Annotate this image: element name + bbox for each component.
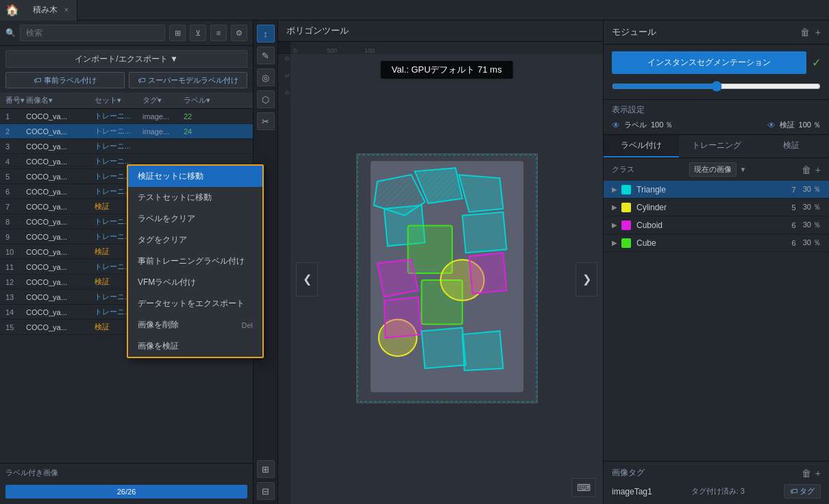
main-layout: 🔍 ⊞ ⊻ ≡ ⚙ インポート/エクスポート ▼ 🏷 事前ラベル付け 🏷 スーパ… <box>0 21 829 504</box>
canvas-title: ポリゴンツール <box>286 25 349 37</box>
verify-display-text: 検証 <box>780 120 795 130</box>
current-image-select[interactable]: 現在の画像 <box>689 162 737 177</box>
list-toolbar-btn[interactable]: ≡ <box>210 25 227 41</box>
row-name: COCO_ya... <box>26 158 95 166</box>
context-menu-item[interactable]: データセットをエクスポート <box>128 293 262 314</box>
image-toolbar-btn[interactable]: ⊞ <box>169 25 186 41</box>
class-expand-icon: ▶ <box>612 203 617 211</box>
add-module-button[interactable]: + <box>815 27 821 38</box>
image-tags-title: 画像タグ <box>612 467 645 479</box>
class-item[interactable]: ▶ Triangle 7 30 ％ <box>604 181 829 199</box>
row-name: COCO_ya... <box>26 263 95 271</box>
context-menu-item[interactable]: タグをクリア <box>128 229 262 251</box>
home-button[interactable]: 🏠 <box>0 0 25 21</box>
keyboard-button[interactable]: ⌨ <box>571 478 596 497</box>
pre-label-text: 事前ラベル付け <box>44 75 97 86</box>
table-row[interactable]: 3 COCO_ya... トレーニ... <box>0 139 253 154</box>
row-num: 11 <box>5 263 26 271</box>
class-list-header: クラス 現在の画像 ▼ 🗑 + <box>604 158 829 181</box>
context-menu-item[interactable]: VFMラベル付け <box>128 272 262 293</box>
display-settings: 表示設定 👁 ラベル 100 ％ 👁 検証 100 ％ <box>604 99 829 135</box>
app-tab[interactable]: 積み木 × <box>25 0 77 21</box>
prev-arrow[interactable]: ❮ <box>296 262 318 297</box>
class-item[interactable]: ▶ Cylinder 5 30 ％ <box>604 199 829 216</box>
search-icon: 🔍 <box>5 28 16 38</box>
row-num: 13 <box>5 293 26 301</box>
canvas-area: ポリゴンツール 0 500 100 0 5 0 Val.: GPUデフォルト 7… <box>278 21 603 504</box>
col-label: ラベル▾ <box>184 95 232 105</box>
tool-polygon[interactable]: ⬡ <box>257 90 275 108</box>
class-pct: 30 ％ <box>803 184 821 194</box>
instance-seg-button[interactable]: インスタンスセグメンテーション <box>612 51 806 74</box>
context-menu-item[interactable]: ラベルをクリア <box>128 208 262 229</box>
right-header-icons: 🗑 + <box>800 27 821 38</box>
context-menu-item[interactable]: 事前トレーニングラベル付け <box>128 251 262 272</box>
annotation-image <box>356 153 538 403</box>
settings-toolbar-btn[interactable]: ⚙ <box>231 25 247 41</box>
class-count: 7 <box>792 186 796 194</box>
row-num: 1 <box>5 112 26 121</box>
label-buttons: 🏷 事前ラベル付け 🏷 スーパーモデルラベル付け <box>0 72 253 92</box>
context-menu: 検証セットに移動テストセットに移動ラベルをクリアタグをクリア事前トレーニングラベ… <box>127 164 264 358</box>
super-model-button[interactable]: 🏷 スーパーモデルラベル付け <box>129 72 248 88</box>
right-panel-header: モジュール 🗑 + <box>604 21 829 45</box>
context-menu-item[interactable]: 画像を検証 <box>128 336 262 357</box>
right-panel-title: モジュール <box>612 26 656 38</box>
class-pct: 30 ％ <box>803 202 821 212</box>
tab-close-button[interactable]: × <box>64 6 69 14</box>
tool-zoom[interactable]: ⊞ <box>257 460 275 478</box>
class-color-swatch <box>621 203 631 212</box>
search-input[interactable] <box>20 25 165 41</box>
check-icon: ✓ <box>812 56 821 69</box>
class-item[interactable]: ▶ Cuboid 6 30 ％ <box>604 216 829 234</box>
menu-item-label: タグをクリア <box>138 234 187 246</box>
tag-button[interactable]: 🏷 タグ <box>784 484 821 499</box>
row-tag: image... <box>143 112 184 121</box>
title-bar: 🏠 積み木 × <box>0 0 829 21</box>
tab-label: 積み木 <box>33 4 58 16</box>
context-menu-item[interactable]: 検証セットに移動 <box>128 166 262 187</box>
add-tag-button[interactable]: + <box>815 468 821 479</box>
add-class-button[interactable]: + <box>815 164 821 175</box>
delete-class-button[interactable]: 🗑 <box>802 164 811 175</box>
import-export-button[interactable]: インポート/エクスポート ▼ <box>5 50 247 68</box>
verify-display-pct: 100 ％ <box>799 120 821 130</box>
svg-marker-14 <box>462 331 503 370</box>
next-arrow[interactable]: ❯ <box>576 262 597 297</box>
filter-toolbar-btn[interactable]: ⊻ <box>190 25 206 41</box>
table-row[interactable]: 1 COCO_va... トレーニ... image... 22 <box>0 109 253 124</box>
menu-shortcut: Del <box>241 321 253 329</box>
class-color-swatch <box>621 220 631 230</box>
row-label: 22 <box>184 112 232 121</box>
class-count: 6 <box>792 221 796 229</box>
tab-training[interactable]: トレーニング <box>679 135 754 158</box>
tab-verification[interactable]: 検証 <box>754 135 829 158</box>
context-menu-item[interactable]: テストセットに移動 <box>128 187 262 208</box>
tool-circle[interactable]: ◎ <box>257 68 275 86</box>
tag-status: タグ付け済み: 3 <box>691 486 745 496</box>
context-menu-item[interactable]: 画像を削除Del <box>128 314 262 336</box>
delete-tag-button[interactable]: 🗑 <box>802 468 811 479</box>
tool-edit[interactable]: ✎ <box>257 47 275 64</box>
canvas-content[interactable]: 0 500 100 0 5 0 Val.: GPUデフォルト 71 ms <box>278 42 603 504</box>
image-tags-header: 画像タグ 🗑 + <box>612 467 821 479</box>
delete-module-button[interactable]: 🗑 <box>800 27 810 38</box>
seg-slider[interactable] <box>612 81 821 92</box>
pre-label-button[interactable]: 🏷 事前ラベル付け <box>5 72 125 88</box>
ruler-zero: 0 <box>290 47 299 54</box>
prev-arrow-icon: ❮ <box>303 273 312 286</box>
class-name-label: Triangle <box>636 185 792 194</box>
status-label: ラベル付き画像 <box>5 468 58 477</box>
tab-labeling[interactable]: ラベル付け <box>604 135 679 158</box>
tool-cut[interactable]: ✂ <box>257 112 275 130</box>
svg-marker-13 <box>421 327 466 368</box>
tool-move[interactable]: ↕ <box>257 25 275 42</box>
ruler-v-500: 5 <box>278 74 290 77</box>
class-label: クラス <box>612 164 634 175</box>
table-row[interactable]: 2 COCO_va... トレーニ... image... 24 <box>0 124 253 139</box>
ruler-1000: 100 <box>364 47 375 54</box>
class-name-label: Cube <box>636 238 792 248</box>
tool-grid[interactable]: ⊟ <box>257 482 275 500</box>
image-viewport[interactable]: Val.: GPUデフォルト 71 ms <box>290 54 603 504</box>
class-item[interactable]: ▶ Cube 6 30 ％ <box>604 234 829 252</box>
